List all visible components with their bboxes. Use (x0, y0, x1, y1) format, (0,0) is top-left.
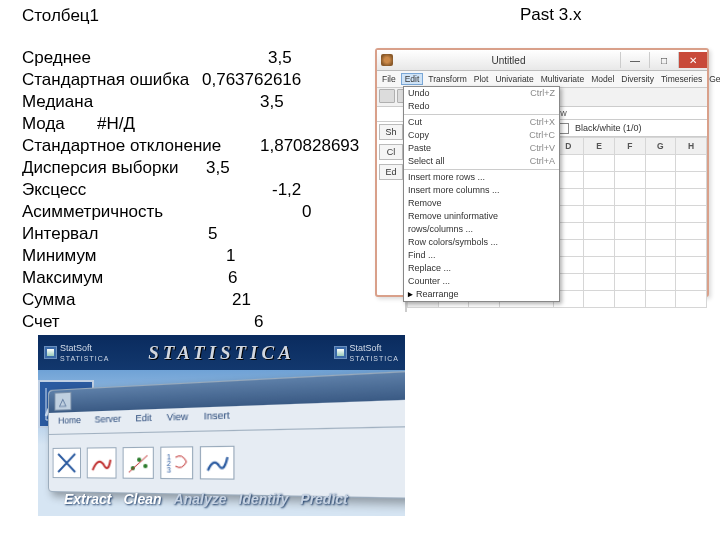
menu-item[interactable]: CopyCtrl+C (404, 129, 559, 142)
marketing-words: ExtractCleanAnalyzeIdentifyPredict (64, 491, 348, 507)
menu-item[interactable]: UndoCtrl+Z (404, 87, 559, 100)
ribbon: 123 (49, 424, 405, 501)
tab-edit[interactable]: Edit (136, 412, 152, 432)
stat-value: 5 (208, 223, 217, 245)
minimize-button[interactable]: — (620, 52, 649, 68)
logo-subtext: STATISTICA (60, 355, 109, 362)
word-analyze: Analyze (174, 491, 227, 507)
sidebar-button[interactable]: Sh (379, 124, 403, 140)
tab-insert[interactable]: Insert (204, 410, 230, 431)
stat-value: 3,5 (268, 47, 292, 69)
sidebar-button[interactable]: Cl (379, 144, 403, 160)
word-identify: Identify (239, 491, 289, 507)
statistica-banner: StatSoft STATISTICA STATISTICA StatSoft … (38, 335, 405, 516)
menu-item[interactable]: Insert more rows ... (404, 171, 559, 184)
stat-value: #Н/Д (97, 113, 135, 135)
word-extract: Extract (64, 491, 111, 507)
stat-label: Дисперсия выборки (22, 157, 178, 179)
svg-point-5 (143, 464, 147, 468)
stat-row: Медиана3,5 (22, 91, 221, 113)
menu-item[interactable]: Redo (404, 100, 559, 113)
menu-edit[interactable]: Edit (401, 73, 424, 85)
menu-plot[interactable]: Plot (472, 73, 491, 85)
statsoft-logo-left: StatSoft STATISTICA (44, 343, 109, 363)
stat-row: Стандартная ошибка0,763762616 (22, 69, 221, 91)
sidebar-button[interactable]: Ed (379, 164, 403, 180)
menu-diversity[interactable]: Diversity (619, 73, 656, 85)
tab-view[interactable]: View (167, 411, 188, 431)
menu-file[interactable]: File (380, 73, 398, 85)
menu-item[interactable]: Select allCtrl+A (404, 155, 559, 168)
stat-label: Максимум (22, 267, 103, 289)
svg-text:3: 3 (167, 466, 172, 474)
ribbon-icon[interactable] (200, 446, 235, 480)
ribbon-icon[interactable]: 123 (160, 446, 193, 479)
menu-multivariate[interactable]: Multivariate (539, 73, 586, 85)
app-icon (381, 54, 393, 66)
stat-label: Среднее (22, 47, 91, 69)
menu-geometry[interactable]: Geometry (707, 73, 720, 85)
menu-univariate[interactable]: Univariate (493, 73, 535, 85)
toolbar-icon[interactable] (379, 89, 395, 103)
stat-row: Эксцесс-1,2 (22, 179, 221, 201)
logo-subtext: STATISTICA (350, 355, 399, 362)
menu-item[interactable]: Insert more columns ... (404, 184, 559, 197)
stat-label: Сумма (22, 289, 75, 311)
stat-row: Мода#Н/Д (22, 113, 221, 135)
logo-text: StatSoft (350, 343, 382, 353)
tab-home[interactable]: Home (58, 415, 81, 434)
menu-item[interactable]: Find ... (404, 249, 559, 262)
menu-transform[interactable]: Transform (426, 73, 468, 85)
stat-label: Интервал (22, 223, 98, 245)
stat-label: Эксцесс (22, 179, 86, 201)
stat-value: 6 (228, 267, 237, 289)
stat-row: Среднее3,5 (22, 47, 221, 69)
menu-item[interactable]: ▸Rearrange (404, 288, 559, 301)
maximize-button[interactable]: □ (649, 52, 678, 68)
stats-header: Столбец1 (22, 5, 221, 27)
stat-value: 6 (254, 311, 263, 333)
stat-value: -1,2 (272, 179, 301, 201)
stat-row: Счет6 (22, 311, 221, 333)
close-button[interactable]: ✕ (678, 52, 707, 68)
menu-item[interactable]: CutCtrl+X (404, 116, 559, 129)
stat-row: Дисперсия выборки3,5 (22, 157, 221, 179)
stat-row: Максимум6 (22, 267, 221, 289)
edit-menu-dropdown[interactable]: UndoCtrl+ZRedoCutCtrl+XCopyCtrl+CPasteCt… (403, 86, 560, 302)
menu-item[interactable]: Replace ... (404, 262, 559, 275)
menu-model[interactable]: Model (589, 73, 616, 85)
stat-value: 3,5 (206, 157, 230, 179)
titlebar: Untitled — □ ✕ (377, 50, 707, 71)
menu-item[interactable]: Remove (404, 197, 559, 210)
menu-timeseries[interactable]: Timeseries (659, 73, 704, 85)
bw-label: Black/white (1/0) (575, 123, 642, 133)
stat-value: 0 (302, 201, 311, 223)
menu-item[interactable]: Row colors/symbols ... (404, 236, 559, 249)
menu-item[interactable]: Remove uninformative rows/columns ... (404, 210, 559, 236)
ribbon-icon[interactable] (87, 447, 117, 478)
stat-row: Интервал5 (22, 223, 221, 245)
stat-label: Минимум (22, 245, 96, 267)
past-app-window: Untitled — □ ✕ FileEditTransformPlotUniv… (375, 48, 709, 297)
window-icon: △ (54, 392, 71, 411)
stat-label: Стандартное отклонение (22, 135, 221, 157)
word-predict: Predict (300, 491, 347, 507)
stat-label: Счет (22, 311, 60, 333)
past-caption: Past 3.x (520, 5, 581, 25)
stat-label: Медиана (22, 91, 93, 113)
statistica-window: △ HomeServerEditViewInsert 123 (48, 362, 405, 503)
menu-item[interactable]: Counter ... (404, 275, 559, 288)
ribbon-icon[interactable] (123, 447, 154, 479)
statistica-brand: STATISTICA (117, 342, 325, 364)
word-clean: Clean (123, 491, 161, 507)
window-title: Untitled (397, 55, 620, 66)
logo-text: StatSoft (60, 343, 92, 353)
left-sidebar: Sh Cl Ed (377, 107, 406, 312)
ribbon-icon[interactable] (53, 448, 81, 479)
stat-row: Стандартное отклонение1,870828693 (22, 135, 221, 157)
stat-label: Асимметричность (22, 201, 163, 223)
descriptive-stats-block: Столбец1 Среднее3,5Стандартная ошибка0,7… (22, 5, 221, 333)
tab-server[interactable]: Server (95, 413, 122, 433)
stat-value: 1 (226, 245, 235, 267)
menu-item[interactable]: PasteCtrl+V (404, 142, 559, 155)
